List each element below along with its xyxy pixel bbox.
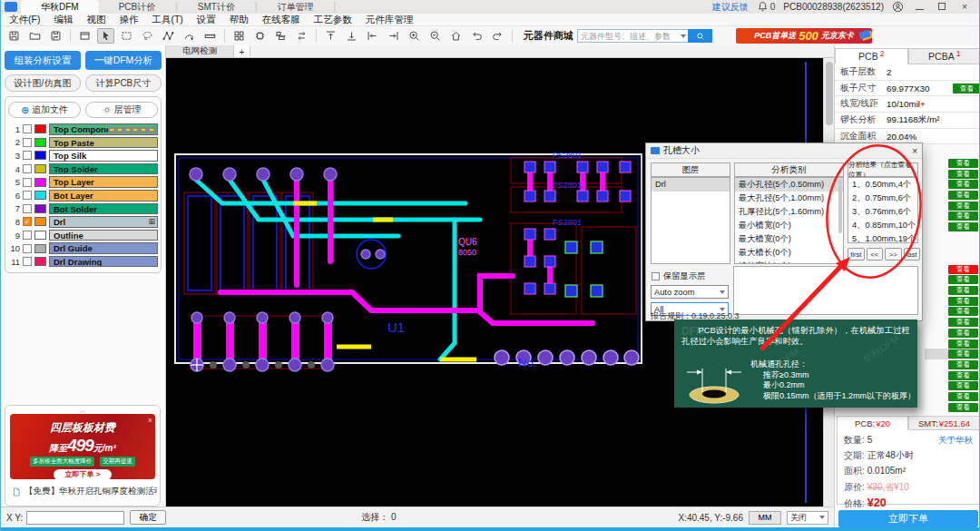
layer-row[interactable]: 11Drl Drawing: [8, 255, 158, 269]
layer-color-swatch[interactable]: [34, 124, 46, 133]
view-button[interactable]: 查看: [948, 381, 978, 390]
layer-manage-button[interactable]: 层管理: [85, 102, 158, 118]
layer-visibility-checkbox[interactable]: [23, 257, 32, 266]
menu-online-service[interactable]: 在线客服: [262, 14, 300, 26]
layer-color-swatch[interactable]: [34, 217, 46, 226]
layer-color-swatch[interactable]: [34, 151, 46, 160]
result-item[interactable]: 1、0.50mm,4个: [848, 178, 917, 192]
avatar-icon[interactable]: [892, 1, 904, 13]
design-simulation-view-button[interactable]: 设计图/仿真图: [5, 74, 81, 92]
category-item[interactable]: 最大孔径(5个,1.00mm): [735, 192, 843, 205]
layer-row[interactable]: 6Bot Layer: [8, 189, 158, 202]
layer-expand-icon[interactable]: ⊞: [148, 217, 155, 228]
zoom-out-button[interactable]: [426, 28, 444, 44]
category-item[interactable]: 最小槽宽(0个): [735, 219, 843, 232]
tab-order-management[interactable]: 订单管理: [258, 0, 334, 14]
view-button[interactable]: 查看: [948, 371, 978, 380]
close-button[interactable]: ×: [957, 2, 972, 12]
search-input[interactable]: [577, 29, 691, 43]
scrollbar-thumb[interactable]: [826, 62, 833, 125]
layer-row[interactable]: 10Drl Guide: [8, 241, 158, 255]
component-button[interactable]: [251, 28, 269, 44]
fit-home-button[interactable]: [447, 28, 465, 44]
view-button[interactable]: 查看: [948, 286, 978, 295]
layer-visibility-checkbox[interactable]: [23, 151, 32, 160]
align-top-button[interactable]: [322, 28, 339, 44]
layer-visibility-checkbox[interactable]: [23, 244, 32, 253]
feedback-link[interactable]: 建议反馈: [712, 1, 749, 14]
place-order-button[interactable]: 立即下单: [838, 510, 978, 527]
category-list[interactable]: 最小孔径(5个,0.50mm) 最大孔径(5个,1.00mm) 孔厚径比(5个,…: [734, 177, 844, 264]
promo-link[interactable]: 【免费】华秋开启孔铜厚度检测活动: [12, 486, 157, 497]
result-item[interactable]: 5、1.00mm,19个: [848, 232, 917, 243]
view-button[interactable]: 查看: [948, 392, 978, 401]
layer-color-swatch[interactable]: [34, 138, 46, 147]
view-button[interactable]: 查看: [948, 329, 978, 338]
category-item[interactable]: 孔厚径比(5个,1.60mm): [735, 205, 843, 219]
view-button[interactable]: 查看: [948, 318, 978, 327]
search-button[interactable]: [688, 29, 712, 43]
layer-name[interactable]: Bot Layer: [49, 190, 158, 202]
layer-color-swatch[interactable]: [34, 257, 46, 266]
view-button-error[interactable]: 查看: [948, 265, 978, 274]
layer-visibility-checkbox[interactable]: [23, 124, 32, 133]
pager-last-button[interactable]: last: [904, 248, 921, 261]
layer-visibility-checkbox[interactable]: ✓: [23, 217, 32, 226]
layer-color-swatch[interactable]: [34, 191, 46, 200]
layer-row[interactable]: 3Top Silk: [8, 149, 158, 162]
layer-name[interactable]: Drl Guide: [49, 242, 158, 254]
view-button[interactable]: 查看: [948, 180, 978, 189]
layer-name[interactable]: Outline: [49, 230, 158, 241]
layer-visibility-checkbox[interactable]: [23, 191, 32, 200]
assembly-analysis-settings-button[interactable]: 组装分析设置: [5, 51, 81, 70]
align-objects-button[interactable]: [272, 28, 289, 44]
menu-file[interactable]: 文件(F): [9, 14, 40, 26]
layer-color-swatch[interactable]: [34, 178, 46, 187]
layer-visibility-checkbox[interactable]: [23, 138, 32, 147]
promo-banner[interactable]: PCB首单送 500 元京东卡: [736, 28, 872, 44]
one-click-dfm-button[interactable]: 一键DFM分析: [85, 51, 162, 70]
layer-list[interactable]: Drl: [651, 177, 730, 264]
tab-pcb-pricing[interactable]: PCB计价: [99, 0, 176, 14]
list-scrollbar[interactable]: [838, 179, 842, 233]
pager-first-button[interactable]: first: [848, 248, 865, 261]
layer-color-swatch[interactable]: [34, 164, 46, 173]
minimize-button[interactable]: [912, 2, 926, 12]
layer-color-swatch[interactable]: [34, 244, 46, 253]
layer-visibility-checkbox[interactable]: [23, 164, 32, 173]
maximize-button[interactable]: [935, 2, 949, 12]
redo-button[interactable]: [489, 28, 506, 44]
price-tab-smt[interactable]: SMT:¥251.64: [908, 416, 980, 430]
layer-color-swatch[interactable]: [34, 204, 46, 213]
layer-name[interactable]: Bot Solder: [49, 203, 158, 215]
layer-visibility-checkbox[interactable]: [23, 204, 32, 213]
layer-row[interactable]: 4Top Solder: [8, 162, 158, 176]
canvas-tab-grid-check[interactable]: 电网检测: [166, 45, 234, 57]
view-button[interactable]: 查看: [948, 307, 978, 316]
grid-view-button[interactable]: [230, 28, 248, 44]
measure-tool-button[interactable]: [160, 28, 177, 44]
view-button[interactable]: 查看: [948, 222, 978, 231]
view-button[interactable]: 查看: [948, 360, 978, 369]
view-button[interactable]: 查看: [948, 191, 978, 200]
keep-layer-checkbox[interactable]: [652, 272, 660, 280]
price-tab-pcb[interactable]: PCB:¥20: [837, 416, 908, 430]
menu-tools[interactable]: 工具(T): [152, 14, 182, 26]
view-button[interactable]: 查看: [953, 84, 980, 93]
pager-next-button[interactable]: >>: [885, 248, 902, 261]
category-item[interactable]: 最小孔径(5个,0.50mm): [735, 178, 843, 192]
view-button[interactable]: 查看: [948, 202, 978, 211]
zoom-mode-select[interactable]: Auto zoom: [651, 285, 729, 299]
tab-smt-pricing[interactable]: SMT计价: [178, 0, 255, 14]
menu-operate[interactable]: 操作: [119, 14, 138, 26]
layer-row[interactable]: 1 Top Component: [8, 123, 158, 136]
zoom-in-button[interactable]: [406, 28, 423, 44]
layer-color-swatch[interactable]: [34, 231, 46, 240]
result-item[interactable]: 2、0.75mm,6个: [848, 192, 917, 205]
search-dropdown-caret-icon[interactable]: [681, 34, 686, 38]
tab-pcb-report[interactable]: PCB2: [835, 48, 908, 64]
layer-row[interactable]: 5Top Layer: [8, 175, 158, 189]
view-button[interactable]: 查看: [948, 275, 978, 284]
layer-name[interactable]: Drl⊞: [49, 216, 158, 228]
layer-row-drl[interactable]: 8✓ Drl⊞: [8, 215, 158, 229]
